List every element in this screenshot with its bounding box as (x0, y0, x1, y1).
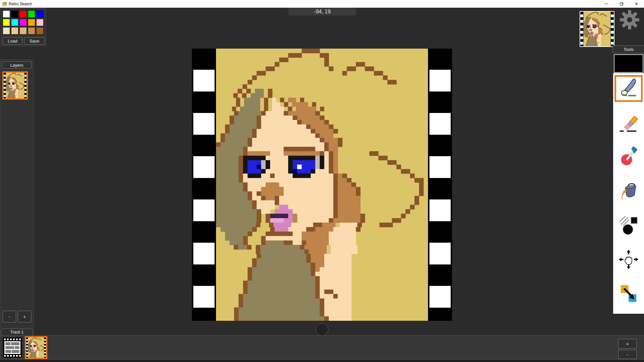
color-swatch-2[interactable] (19, 10, 27, 18)
app-icon (2, 2, 7, 6)
paint-bucket-tool[interactable] (614, 178, 643, 204)
add-frame-film-icon[interactable] (3, 338, 22, 358)
color-swatch-9[interactable] (36, 19, 44, 26)
tools-panel (613, 73, 644, 314)
color-swatch-1[interactable] (11, 10, 18, 18)
gear-icon (619, 9, 640, 30)
color-swatch-8[interactable] (28, 19, 35, 26)
maximize-button[interactable] (614, 0, 629, 8)
restore-icon (620, 2, 624, 6)
color-swatch-12[interactable] (19, 27, 27, 35)
color-swatch-11[interactable] (11, 27, 18, 35)
frame-thumbnail-image (26, 338, 46, 358)
color-swatch-7[interactable] (19, 19, 27, 26)
app-window: -94, 19 Retro Sketch ✕ Load Save Layers … (0, 0, 644, 362)
minimize-icon (604, 4, 608, 4)
frame-thumbnail-selected[interactable] (25, 336, 47, 359)
horizontal-scrollbar[interactable] (0, 359, 644, 362)
drawing-canvas[interactable] (192, 49, 452, 321)
remove-layer-button[interactable]: - (3, 311, 16, 322)
resize-tool[interactable] (614, 280, 643, 307)
paint-bucket-icon (618, 181, 639, 201)
minimize-button[interactable] (599, 0, 614, 8)
pan-tool[interactable] (614, 246, 643, 273)
eraser-icon (618, 112, 639, 133)
timeline-zoom-out-button[interactable]: - (618, 350, 637, 359)
artwork-preview-image (580, 12, 614, 46)
current-color-swatch (614, 54, 643, 73)
close-icon: ✕ (635, 2, 638, 6)
color-swatch-4[interactable] (36, 10, 44, 18)
paint-brush-tool[interactable] (614, 75, 643, 102)
eraser-tool[interactable] (614, 109, 643, 136)
settings-button[interactable] (619, 9, 640, 31)
color-swatch-6[interactable] (11, 19, 18, 26)
close-button[interactable]: ✕ (629, 0, 644, 8)
resize-icon (618, 283, 639, 304)
color-picker-tool[interactable] (614, 143, 643, 170)
eyedropper-icon (618, 146, 639, 167)
timeline-zoom-in-button[interactable]: + (618, 339, 637, 349)
color-swatch-3[interactable] (28, 10, 35, 18)
playhead-dot[interactable] (316, 323, 328, 336)
shape-tool[interactable] (614, 212, 643, 239)
color-swatch-grid (3, 10, 44, 35)
layer-thumbnail-image (4, 73, 26, 98)
shapes-icon (618, 215, 639, 236)
layers-panel-title: Layers (2, 61, 32, 69)
window-title: Retro Sketch (9, 2, 32, 6)
layers-panel: Layers - + (0, 59, 34, 327)
add-layer-button[interactable]: + (18, 311, 31, 322)
load-button[interactable]: Load (3, 37, 22, 45)
layer-thumbnail[interactable] (2, 71, 28, 100)
title-bar: Retro Sketch ✕ (0, 0, 644, 8)
tools-panel-title: Tools (612, 46, 644, 53)
color-swatch-14[interactable] (36, 27, 44, 35)
timeline: + - (0, 335, 644, 359)
pan-hand-icon (618, 249, 639, 270)
color-palette-panel: Load Save (1, 8, 46, 46)
paint-brush-icon (618, 78, 639, 99)
track-tab[interactable]: Track 1 (1, 328, 33, 335)
save-button[interactable]: Save (24, 37, 45, 45)
color-swatch-5[interactable] (3, 19, 10, 26)
artwork-preview (580, 11, 614, 47)
cursor-coordinates: -94, 19 (288, 8, 356, 15)
color-swatch-0[interactable] (3, 10, 10, 18)
color-swatch-10[interactable] (3, 27, 10, 35)
color-swatch-13[interactable] (28, 27, 35, 35)
